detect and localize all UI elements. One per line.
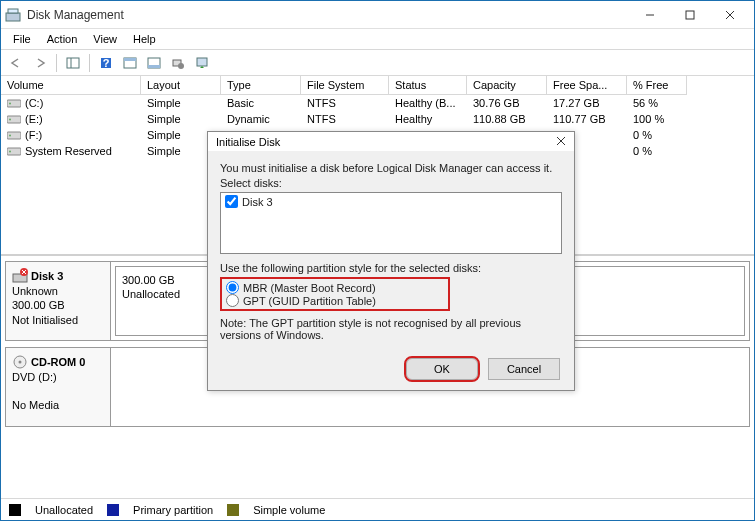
- disk3-checkbox[interactable]: [225, 195, 238, 208]
- col-freespace[interactable]: Free Spa...: [547, 76, 627, 95]
- toolbar: ?: [1, 50, 754, 76]
- svg-point-20: [9, 119, 11, 121]
- disk-status: Unknown: [12, 284, 104, 298]
- back-button[interactable]: [5, 52, 27, 74]
- cell-status: Healthy: [389, 111, 467, 127]
- forward-button[interactable]: [29, 52, 51, 74]
- titlebar: Disk Management: [1, 1, 754, 29]
- legend-primary: Primary partition: [133, 504, 213, 516]
- svg-rect-11: [124, 58, 136, 61]
- ok-button[interactable]: OK: [406, 358, 478, 380]
- menu-help[interactable]: Help: [125, 31, 164, 47]
- cell-volume: (E:): [1, 111, 141, 127]
- disk3-label: Disk 3: [242, 196, 273, 208]
- col-capacity[interactable]: Capacity: [467, 76, 547, 95]
- svg-rect-3: [686, 11, 694, 19]
- disk-init: Not Initialised: [12, 313, 104, 327]
- svg-rect-0: [6, 13, 20, 21]
- minimize-button[interactable]: [630, 2, 670, 28]
- svg-text:?: ?: [103, 57, 110, 69]
- gpt-radio[interactable]: [226, 294, 239, 307]
- volume-row[interactable]: (E:)SimpleDynamicNTFSHealthy110.88 GB110…: [1, 111, 754, 127]
- mbr-radio-row[interactable]: MBR (Master Boot Record): [226, 281, 444, 294]
- disk-status: DVD (D:): [12, 370, 104, 384]
- dialog-buttons: OK Cancel: [208, 352, 574, 390]
- disk-info: Disk 3Unknown300.00 GBNot Initialised: [6, 262, 111, 340]
- dialog-instruction: You must initialise a disk before Logica…: [220, 162, 562, 174]
- svg-rect-6: [67, 58, 79, 68]
- cell-layout: Simple: [141, 111, 221, 127]
- svg-rect-13: [148, 65, 160, 68]
- cell-volume: (C:): [1, 95, 141, 111]
- disk-size: 300.00 GB: [12, 298, 104, 312]
- cell-type: Basic: [221, 95, 301, 111]
- cell-fs: NTFS: [301, 95, 389, 111]
- close-button[interactable]: [710, 2, 750, 28]
- disk-checkbox-item[interactable]: Disk 3: [225, 195, 557, 208]
- cell-volume: System Reserved: [1, 143, 141, 159]
- dialog-title: Initialise Disk: [216, 136, 280, 148]
- gpt-note: Note: The GPT partition style is not rec…: [220, 317, 562, 341]
- mbr-radio[interactable]: [226, 281, 239, 294]
- col-layout[interactable]: Layout: [141, 76, 221, 95]
- svg-rect-1: [8, 9, 18, 13]
- cell-free: 110.77 GB: [547, 111, 627, 127]
- window-title: Disk Management: [27, 8, 630, 22]
- col-pctfree[interactable]: % Free: [627, 76, 687, 95]
- help-button[interactable]: ?: [95, 52, 117, 74]
- disk-name: Disk 3: [12, 268, 104, 284]
- volume-row[interactable]: (C:)SimpleBasicNTFSHealthy (B...30.76 GB…: [1, 95, 754, 111]
- legend-unallocated: Unallocated: [35, 504, 93, 516]
- legend: Unallocated Primary partition Simple vol…: [1, 498, 754, 520]
- svg-point-24: [9, 151, 11, 153]
- refresh-button[interactable]: [191, 52, 213, 74]
- svg-rect-16: [197, 58, 207, 66]
- col-status[interactable]: Status: [389, 76, 467, 95]
- maximize-button[interactable]: [670, 2, 710, 28]
- col-filesystem[interactable]: File System: [301, 76, 389, 95]
- svg-point-18: [9, 103, 11, 105]
- app-icon: [5, 7, 21, 23]
- col-volume[interactable]: Volume: [1, 76, 141, 95]
- partition-style-label: Use the following partition style for th…: [220, 262, 562, 274]
- dialog-close-button[interactable]: [556, 134, 566, 149]
- col-type[interactable]: Type: [221, 76, 301, 95]
- cell-pct: 56 %: [627, 95, 687, 111]
- legend-simple: Simple volume: [253, 504, 325, 516]
- disk-name: CD-ROM 0: [12, 354, 104, 370]
- cancel-button[interactable]: Cancel: [488, 358, 560, 380]
- disk-select-list[interactable]: Disk 3: [220, 192, 562, 254]
- gpt-radio-row[interactable]: GPT (GUID Partition Table): [226, 294, 444, 307]
- legend-swatch-unallocated: [9, 504, 21, 516]
- cell-capacity: 110.88 GB: [467, 111, 547, 127]
- separator: [89, 54, 90, 72]
- view-top-button[interactable]: [119, 52, 141, 74]
- settings-button[interactable]: [167, 52, 189, 74]
- menu-view[interactable]: View: [85, 31, 125, 47]
- column-headers: Volume Layout Type File System Status Ca…: [1, 76, 754, 95]
- cell-fs: NTFS: [301, 111, 389, 127]
- dialog-titlebar: Initialise Disk: [208, 132, 574, 151]
- menu-file[interactable]: File: [5, 31, 39, 47]
- main-window: Disk Management File Action View Help ? …: [0, 0, 755, 521]
- cell-capacity: 30.76 GB: [467, 95, 547, 111]
- cell-pct: 100 %: [627, 111, 687, 127]
- menu-action[interactable]: Action: [39, 31, 86, 47]
- svg-point-30: [19, 361, 22, 364]
- view-bottom-button[interactable]: [143, 52, 165, 74]
- mbr-label: MBR (Master Boot Record): [243, 282, 376, 294]
- cell-layout: Simple: [141, 95, 221, 111]
- svg-point-22: [9, 135, 11, 137]
- partition-style-group: MBR (Master Boot Record) GPT (GUID Parti…: [220, 277, 450, 311]
- initialise-disk-dialog: Initialise Disk You must initialise a di…: [207, 131, 575, 391]
- cell-status: Healthy (B...: [389, 95, 467, 111]
- svg-point-15: [178, 63, 184, 69]
- cell-pct: 0 %: [627, 143, 687, 159]
- legend-swatch-simple: [227, 504, 239, 516]
- legend-swatch-primary: [107, 504, 119, 516]
- show-hide-tree-button[interactable]: [62, 52, 84, 74]
- cell-volume: (F:): [1, 127, 141, 143]
- gpt-label: GPT (GUID Partition Table): [243, 295, 376, 307]
- cell-pct: 0 %: [627, 127, 687, 143]
- cell-type: Dynamic: [221, 111, 301, 127]
